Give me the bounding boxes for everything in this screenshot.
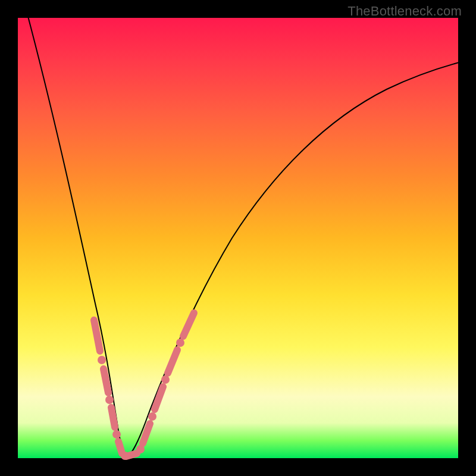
svg-line-0 (94, 320, 100, 351)
svg-line-12 (155, 387, 163, 409)
highlight-beads (94, 313, 194, 460)
chart-frame: TheBottleneck.com (0, 0, 476, 476)
bottleneck-curve (27, 12, 461, 457)
svg-point-13 (161, 375, 170, 384)
watermark-text: TheBottleneck.com (347, 4, 462, 19)
svg-point-15 (176, 339, 184, 347)
svg-line-6 (118, 441, 122, 453)
svg-point-5 (112, 430, 121, 439)
plot-area (18, 18, 458, 458)
svg-line-14 (168, 350, 177, 373)
svg-line-2 (104, 369, 108, 393)
svg-line-16 (183, 313, 194, 336)
svg-point-11 (148, 412, 156, 421)
curve-svg (18, 18, 458, 458)
svg-line-4 (111, 408, 115, 427)
svg-line-8 (126, 453, 137, 456)
svg-point-1 (98, 356, 106, 364)
svg-point-3 (105, 396, 114, 404)
